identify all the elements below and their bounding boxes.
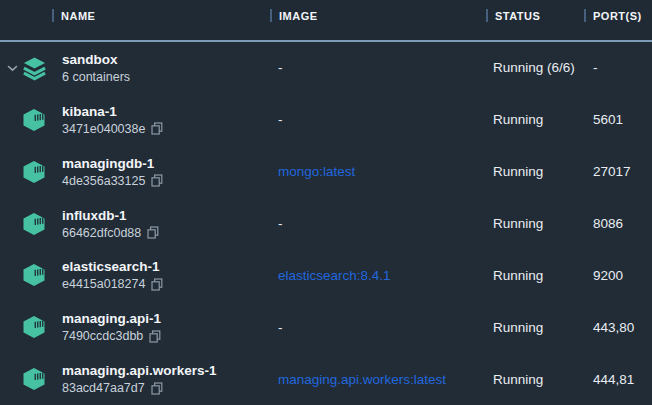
image-link[interactable]: mongo:latest [278, 164, 490, 179]
container-id: 7490ccdc3dbb [62, 328, 143, 344]
table-row-managing-api-workers-1[interactable]: managing.api.workers-1 83acd47aa7d7 mana… [0, 353, 652, 405]
container-cube-icon [22, 315, 46, 339]
ports-text: 5601 [590, 112, 652, 127]
table-row-elasticsearch-1[interactable]: elasticsearch-1 e4415a018274 elasticsear… [0, 249, 652, 301]
chevron-down-icon[interactable] [7, 65, 18, 72]
ports-text: 9200 [590, 268, 652, 283]
copy-icon[interactable] [151, 278, 163, 291]
row-name-cell: managingdb-1 4de356a33125 [62, 155, 278, 189]
status-text: Running [490, 216, 590, 231]
container-name: influxdb-1 [62, 207, 278, 224]
row-icon-cell [0, 301, 62, 353]
status-text: Running [490, 372, 590, 387]
container-name: managing.api.workers-1 [62, 362, 278, 379]
column-label: STATUS [495, 10, 540, 22]
column-header-name[interactable]: NAME [52, 9, 95, 22]
row-icon-cell [0, 249, 62, 301]
column-divider [270, 9, 272, 22]
image-value: - [278, 216, 490, 231]
stack-icon [22, 56, 47, 81]
image-value: - [278, 320, 490, 335]
image-value: - [278, 60, 490, 75]
column-label: IMAGE [279, 10, 318, 22]
container-cube-icon [22, 108, 46, 132]
copy-icon[interactable] [151, 122, 163, 135]
container-cube-icon [22, 212, 46, 236]
column-divider [584, 9, 586, 22]
containers-table: NAME IMAGE STATUS PORT(S) [0, 0, 652, 405]
row-name-cell: elasticsearch-1 e4415a018274 [62, 258, 278, 292]
column-divider [52, 9, 54, 22]
table-row-managingdb-1[interactable]: managingdb-1 4de356a33125 mongo:latest R… [0, 146, 652, 198]
container-name: kibana-1 [62, 103, 278, 120]
container-count: 6 containers [62, 69, 130, 85]
container-name: sandbox [62, 51, 278, 68]
row-icon-cell [0, 353, 62, 405]
container-name: managingdb-1 [62, 155, 278, 172]
ports-text: 8086 [590, 216, 652, 231]
table-body: sandbox 6 containers - Running (6/6) - k… [0, 42, 652, 405]
container-name: managing.api-1 [62, 310, 278, 327]
row-name-cell: managing.api.workers-1 83acd47aa7d7 [62, 362, 278, 396]
row-name-cell: influxdb-1 66462dfc0d88 [62, 207, 278, 241]
row-icon-cell [0, 146, 62, 198]
table-row-kibana-1[interactable]: kibana-1 3471e040038e - Running 5601 [0, 94, 652, 146]
row-icon-cell [0, 198, 62, 250]
column-header-image[interactable]: IMAGE [270, 9, 318, 22]
ports-text: - [590, 60, 652, 75]
table-row-influxdb-1[interactable]: influxdb-1 66462dfc0d88 - Running 8086 [0, 198, 652, 250]
container-id: 66462dfc0d88 [62, 225, 141, 241]
row-icon-cell [0, 42, 62, 94]
status-text: Running [490, 164, 590, 179]
table-header: NAME IMAGE STATUS PORT(S) [0, 0, 652, 42]
container-id: e4415a018274 [62, 276, 145, 292]
column-label: PORT(S) [593, 10, 642, 22]
container-cube-icon [22, 160, 46, 184]
container-name: elasticsearch-1 [62, 258, 278, 275]
container-id: 83acd47aa7d7 [62, 380, 145, 396]
container-cube-icon [22, 263, 46, 287]
row-name-cell: kibana-1 3471e040038e [62, 103, 278, 137]
row-name-cell: managing.api-1 7490ccdc3dbb [62, 310, 278, 344]
row-name-cell: sandbox 6 containers [62, 51, 278, 85]
ports-text: 444,81 [590, 372, 652, 387]
copy-icon[interactable] [151, 174, 163, 187]
copy-icon[interactable] [149, 330, 161, 343]
image-value: - [278, 112, 490, 127]
table-row-managing-api-1[interactable]: managing.api-1 7490ccdc3dbb - Running 44… [0, 301, 652, 353]
column-divider [486, 9, 488, 22]
column-header-ports[interactable]: PORT(S) [584, 9, 642, 22]
container-id: 4de356a33125 [62, 173, 145, 189]
table-row-sandbox[interactable]: sandbox 6 containers - Running (6/6) - [0, 42, 652, 94]
container-cube-icon [22, 367, 46, 391]
status-text: Running [490, 320, 590, 335]
status-text: Running (6/6) [490, 60, 590, 75]
ports-text: 27017 [590, 164, 652, 179]
row-icon-cell [0, 94, 62, 146]
ports-text: 443,80 [590, 320, 652, 335]
copy-icon[interactable] [151, 382, 163, 395]
column-label: NAME [61, 10, 95, 22]
column-header-status[interactable]: STATUS [486, 9, 540, 22]
status-text: Running [490, 268, 590, 283]
image-link[interactable]: elasticsearch:8.4.1 [278, 268, 490, 283]
copy-icon[interactable] [147, 226, 159, 239]
image-link[interactable]: managing.api.workers:latest [278, 372, 490, 387]
status-text: Running [490, 112, 590, 127]
container-id: 3471e040038e [62, 121, 145, 137]
